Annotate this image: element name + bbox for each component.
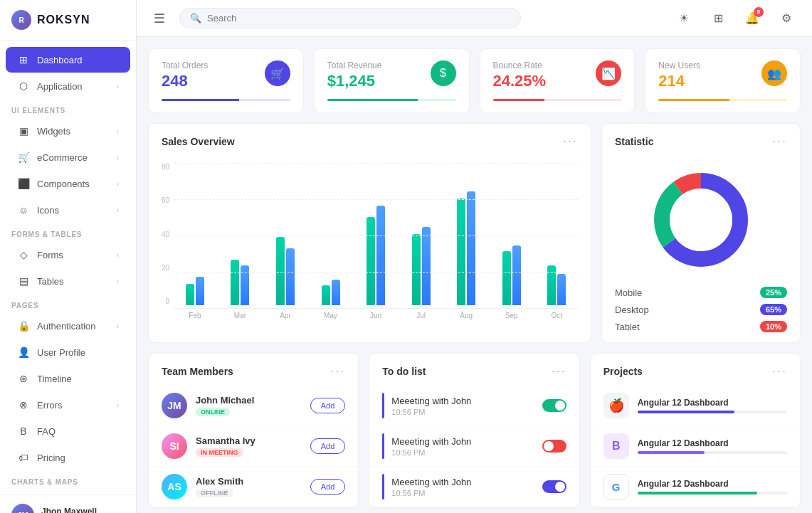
stat-icon-orders: 🛒	[265, 60, 290, 86]
sidebar-item-tables[interactable]: ▤ Tables ‹	[6, 268, 130, 294]
project-icon: G	[603, 474, 629, 499]
bar-teal	[457, 199, 465, 305]
stat-card-total-revenue: Total Revenue $1,245 $	[314, 48, 470, 113]
footer-user-name: Jhon Maxwell	[41, 507, 109, 514]
month-label: Oct	[536, 312, 579, 319]
section-label-ui-elements: UI ELEMENTS	[0, 100, 136, 117]
logo-icon: R	[11, 10, 31, 30]
project-icon: 🍎	[603, 393, 629, 418]
widgets-icon: ▣	[17, 125, 30, 137]
project-name: Angular 12 Dashboard	[638, 398, 787, 408]
todo-item-time: 10:56 PM	[391, 489, 534, 497]
card-header: Projects ···	[591, 354, 800, 386]
todo-item-title: Meeeting with John	[391, 396, 534, 406]
pricing-icon: 🏷	[17, 451, 30, 464]
sidebar-item-ecommerce[interactable]: 🛒 eCommerce ‹	[6, 144, 130, 170]
member-avatar: JM	[162, 393, 187, 418]
status-badge-online: ONLINE	[196, 408, 230, 416]
settings-button[interactable]: ⚙	[775, 7, 798, 30]
sidebar-item-authentication[interactable]: 🔒 Authentication ‹	[6, 313, 130, 339]
sidebar-item-user-profile[interactable]: 👤 User Profile	[6, 339, 130, 365]
sidebar-item-errors[interactable]: ⊗ Errors ‹	[6, 392, 130, 418]
todo-item-title: Meeeting with John	[391, 477, 534, 487]
application-icon: ⬡	[17, 80, 30, 92]
sidebar-item-label: Forms	[37, 250, 110, 260]
project-row: B Angular 12 Dashboard	[591, 426, 800, 467]
add-member-button[interactable]: Add	[310, 398, 346, 413]
dashboard-icon: ⊞	[17, 53, 30, 66]
add-member-button[interactable]: Add	[310, 438, 346, 454]
legend-row-desktop: Desktop 65%	[615, 304, 787, 315]
bar-blue	[467, 191, 475, 305]
icons-icon: ☺	[17, 203, 30, 216]
todo-toggle[interactable]	[542, 480, 566, 493]
stat-card-bounce-rate: Bounce Rate 24.25% 📉	[480, 48, 636, 113]
sidebar-item-forms[interactable]: ◇ Forms ‹	[6, 242, 130, 268]
sidebar-item-timeline[interactable]: ⊛ Timeline	[6, 366, 130, 391]
sidebar-item-label: Icons	[37, 205, 110, 216]
member-avatar: AS	[162, 474, 187, 499]
bar-teal	[231, 260, 239, 305]
month-label: Feb	[174, 312, 216, 319]
dashboard-content: Total Orders 248 🛒 Total Revenue $1,245 …	[137, 37, 812, 513]
stat-progress-bar	[658, 99, 787, 101]
theme-toggle-button[interactable]: ☀	[673, 7, 695, 30]
member-row: SI Samantha Ivy IN MEETING Add	[149, 426, 358, 467]
todo-toggle[interactable]	[542, 440, 566, 453]
member-info: Alex Smith OFFLINE	[196, 476, 302, 497]
menu-toggle-icon[interactable]: ☰	[151, 8, 168, 29]
sidebar-item-label: FAQ	[37, 426, 119, 437]
card-menu-button[interactable]: ···	[330, 364, 345, 379]
search-bar[interactable]: 🔍	[179, 8, 521, 28]
faq-icon: B	[17, 425, 30, 438]
logo: R ROKSYN	[0, 0, 136, 41]
sidebar-item-application[interactable]: ⬡ Application ‹	[6, 73, 130, 99]
todo-bar	[382, 433, 384, 459]
apps-grid-button[interactable]: ⊞	[707, 7, 729, 30]
add-member-button[interactable]: Add	[310, 479, 346, 495]
month-label: Sep	[490, 312, 533, 319]
todo-info: Meeeting with John 10:56 PM	[391, 436, 534, 457]
legend-label: Mobile	[615, 287, 642, 298]
avatar-image: AS	[162, 474, 187, 499]
user-profile-icon: 👤	[17, 346, 30, 359]
card-header: Team Members ···	[149, 354, 358, 386]
project-row: G Angular 12 Dashboard	[591, 467, 800, 507]
section-label-pages: PAGES	[0, 295, 136, 312]
bar-teal	[502, 251, 511, 305]
bar-blue	[422, 227, 431, 305]
sidebar-item-icons[interactable]: ☺ Icons ‹	[6, 197, 130, 223]
notifications-button[interactable]: 🔔 8	[741, 7, 764, 30]
sidebar-item-pricing[interactable]: 🏷 Pricing	[6, 445, 130, 470]
card-menu-button[interactable]: ···	[563, 134, 578, 149]
search-input[interactable]	[207, 13, 510, 23]
team-members-title: Team Members	[162, 366, 233, 377]
errors-icon: ⊗	[17, 398, 30, 411]
sidebar-item-components[interactable]: ⬛ Components ‹	[6, 171, 130, 196]
member-name: Alex Smith	[196, 476, 302, 487]
footer-user-info: Jhon Maxwell UI Engineer	[41, 507, 109, 514]
stat-value: 248	[162, 72, 208, 90]
sidebar-item-label: User Profile	[37, 347, 119, 358]
card-menu-button[interactable]: ···	[552, 364, 566, 379]
donut-legend: Mobile 25% Desktop 65% Tablet 10%	[602, 281, 800, 342]
stat-label: Total Revenue	[327, 60, 382, 70]
project-progress-fill	[638, 492, 757, 495]
todo-toggle[interactable]	[542, 399, 566, 412]
sidebar-item-widgets[interactable]: ▣ Widgets ‹	[6, 118, 130, 144]
todo-bar	[382, 474, 384, 499]
member-name: John Michael	[196, 395, 302, 406]
month-label: Apr	[264, 312, 307, 319]
chevron-right-icon: ‹	[117, 401, 119, 409]
more-options-icon[interactable]: ⌄	[116, 509, 125, 513]
sidebar-item-faq[interactable]: B FAQ	[6, 418, 130, 444]
bar-chart	[174, 163, 578, 309]
bottom-row: Team Members ··· JM John Michael ONLINE …	[148, 353, 801, 508]
sidebar-item-dashboard[interactable]: ⊞ Dashboard	[6, 47, 130, 73]
authentication-icon: 🔒	[17, 319, 30, 332]
month-label: Jun	[354, 312, 397, 319]
topbar: ☰ 🔍 ☀ ⊞ 🔔 8 ⚙	[137, 0, 812, 37]
card-menu-button[interactable]: ···	[772, 134, 787, 149]
sidebar-item-label: Authentication	[37, 321, 110, 332]
card-menu-button[interactable]: ···	[772, 364, 787, 379]
